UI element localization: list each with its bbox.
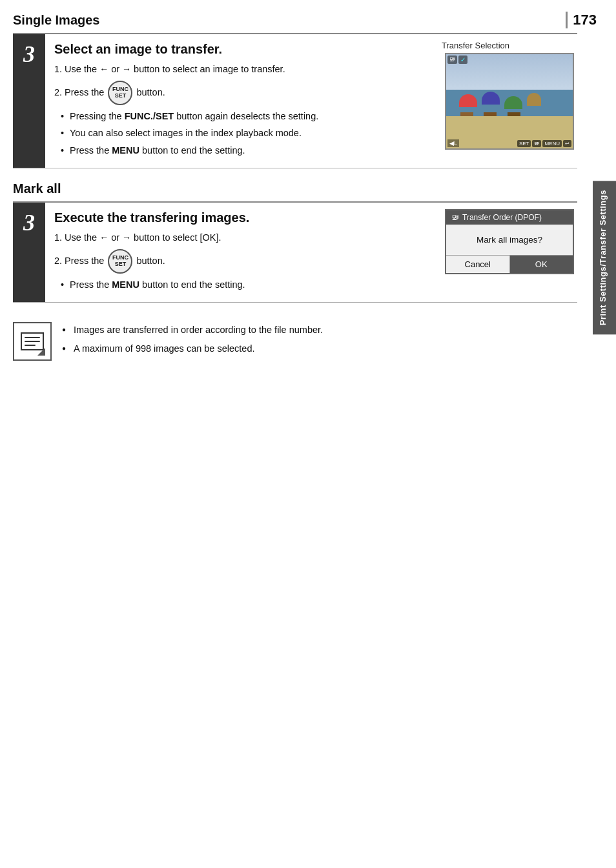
func-set-button-1: FUNCSET [108, 81, 132, 105]
instruction-1-suffix: button to select an image to transfer. [134, 64, 285, 74]
notes-icon [13, 322, 52, 361]
notes-text: Images are transferred in order accordin… [62, 322, 577, 359]
notes-block: Images are transferred in order accordin… [13, 316, 577, 367]
step-title-1: Select an image to transfer. [54, 42, 426, 57]
note-1: Images are transferred in order accordin… [62, 322, 577, 338]
step-content-1: Select an image to transfer. 1. Use the … [45, 34, 435, 168]
size-tag: ◀L [447, 139, 459, 147]
page-number: 173 [566, 12, 597, 28]
step-content-2: Execute the transfering images. 1. Use t… [45, 203, 435, 302]
sidebar-tab: Print Settings/Transfer Settings [593, 181, 616, 334]
instruction-2-suffix-2: button. [136, 256, 165, 266]
arrow-left-icon-2: ← [99, 231, 108, 245]
single-images-title: Single Images [13, 13, 577, 30]
dialog-icon: 🖳 [451, 213, 459, 222]
mark-all-section: Mark all 3 Execute the transfering image… [13, 181, 577, 303]
dialog-panel: 🖳 Transfer Order (DPOF) Mark all images?… [435, 203, 577, 302]
notes-line-3 [25, 345, 36, 346]
instruction-2-prefix-2: 2. Press the [54, 256, 107, 266]
func-set-button-2: FUNCSET [108, 249, 132, 274]
dialog-buttons: Cancel OK [446, 255, 573, 273]
transfer-label: Transfer Selection [442, 41, 509, 50]
notes-line-2 [25, 341, 40, 342]
camera-overlay-bottom: SET 🖳 MENU ↩ [517, 140, 571, 147]
dialog-title: 🖳 Transfer Order (DPOF) [446, 210, 573, 225]
camera-overlay-top: 🖳 ✓ [447, 56, 467, 64]
single-images-section: Single Images 3 Select an image to trans… [13, 13, 577, 168]
instruction-2-prefix-1: 2. Press the [54, 87, 107, 97]
note-2: A maximum of 998 images can be selected. [62, 341, 577, 357]
camera-screen-1: 🖳 ✓ SET 🖳 MENU ↩ ◀L [445, 53, 574, 150]
notes-line-1 [25, 337, 40, 338]
menu-label: MENU [542, 140, 562, 147]
instruction-1-or-2: or [111, 232, 122, 243]
step-title-2: Execute the transfering images. [54, 210, 426, 225]
dialog-ok-btn[interactable]: OK [510, 256, 573, 273]
step-body-1: 1. Use the ← or → button to select an im… [54, 62, 426, 157]
step-body-2: 1. Use the ← or → button to select [OK].… [54, 230, 426, 292]
arrow-left-icon-1: ← [99, 63, 108, 77]
camera-icon-small: 🖳 [447, 56, 457, 64]
cam-icon-bottom: 🖳 [532, 140, 541, 147]
dialog-cancel-btn[interactable]: Cancel [446, 256, 509, 273]
dialog-title-text: Transfer Order (DPOF) [462, 213, 542, 222]
arrow-right-icon-2: → [122, 231, 131, 245]
step-block-1: 3 Select an image to transfer. 1. Use th… [13, 34, 577, 168]
check-mark-icon: ✓ [458, 56, 467, 64]
step-number-1: 3 [13, 34, 45, 168]
instruction-1-or: or [111, 64, 122, 74]
instruction-1-suffix-2: button to select [OK]. [134, 232, 221, 243]
back-icon: ↩ [563, 140, 571, 147]
instruction-1-prefix: 1. Use the [54, 64, 99, 74]
transfer-selection-panel: Transfer Selection [435, 34, 577, 168]
notes-dog-ear-icon [37, 348, 45, 356]
dialog-body: Mark all images? [446, 225, 573, 255]
set-label: SET [517, 140, 531, 147]
instruction-1-prefix-2: 1. Use the [54, 232, 99, 243]
instruction-2-suffix-1: button. [136, 87, 165, 97]
mark-all-title: Mark all [13, 181, 577, 199]
dialog-box: 🖳 Transfer Order (DPOF) Mark all images?… [445, 209, 574, 274]
step-number-2: 3 [13, 203, 45, 302]
step-block-2: 3 Execute the transfering images. 1. Use… [13, 203, 577, 303]
arrow-right-icon-1: → [122, 63, 131, 77]
